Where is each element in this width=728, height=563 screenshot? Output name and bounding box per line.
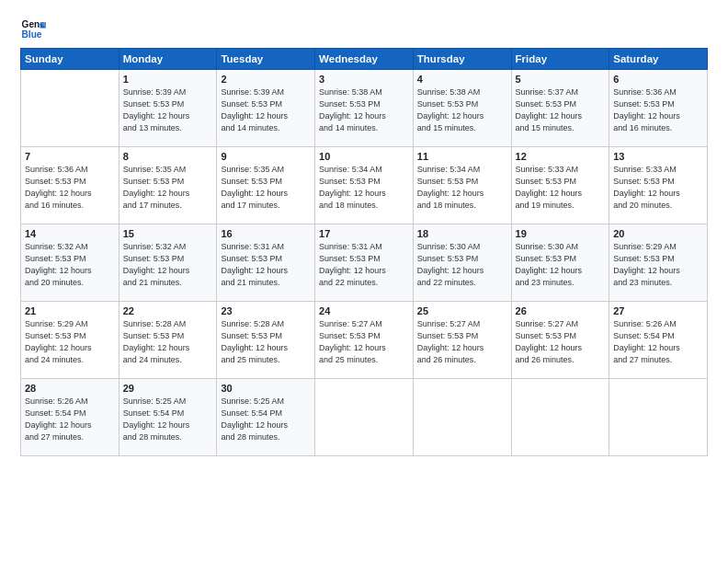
col-header-wednesday: Wednesday <box>315 49 414 70</box>
day-info: Sunrise: 5:27 AMSunset: 5:53 PMDaylight:… <box>417 318 507 366</box>
col-header-monday: Monday <box>119 49 217 70</box>
day-info: Sunrise: 5:35 AMSunset: 5:53 PMDaylight:… <box>221 164 311 212</box>
day-info: Sunrise: 5:39 AMSunset: 5:53 PMDaylight:… <box>123 86 213 134</box>
day-number: 12 <box>516 151 606 162</box>
day-number: 4 <box>417 74 507 85</box>
cell-3-7: 20Sunrise: 5:29 AMSunset: 5:53 PMDayligh… <box>609 224 708 302</box>
day-info: Sunrise: 5:29 AMSunset: 5:53 PMDaylight:… <box>613 241 703 289</box>
cell-5-4 <box>315 379 414 456</box>
day-number: 26 <box>516 305 606 316</box>
svg-text:Blue: Blue <box>22 29 42 40</box>
cell-2-2: 8Sunrise: 5:35 AMSunset: 5:53 PMDaylight… <box>119 147 217 224</box>
day-number: 23 <box>221 305 311 316</box>
day-number: 30 <box>221 383 311 394</box>
day-info: Sunrise: 5:33 AMSunset: 5:53 PMDaylight:… <box>613 164 703 212</box>
day-number: 28 <box>25 383 115 394</box>
logo: General Blue <box>20 17 50 42</box>
cell-3-2: 15Sunrise: 5:32 AMSunset: 5:53 PMDayligh… <box>119 224 217 302</box>
day-number: 7 <box>25 151 115 162</box>
day-number: 17 <box>319 228 409 239</box>
cell-2-4: 10Sunrise: 5:34 AMSunset: 5:53 PMDayligh… <box>315 147 414 224</box>
cell-1-4: 3Sunrise: 5:38 AMSunset: 5:53 PMDaylight… <box>315 70 414 147</box>
cell-2-6: 12Sunrise: 5:33 AMSunset: 5:53 PMDayligh… <box>511 147 609 224</box>
cell-5-2: 29Sunrise: 5:25 AMSunset: 5:54 PMDayligh… <box>119 379 217 456</box>
cell-4-6: 26Sunrise: 5:27 AMSunset: 5:53 PMDayligh… <box>511 302 609 379</box>
day-info: Sunrise: 5:37 AMSunset: 5:53 PMDaylight:… <box>516 86 606 134</box>
cell-3-1: 14Sunrise: 5:32 AMSunset: 5:53 PMDayligh… <box>21 224 119 302</box>
day-number: 18 <box>417 228 507 239</box>
cell-5-6 <box>511 379 609 456</box>
cell-5-1: 28Sunrise: 5:26 AMSunset: 5:54 PMDayligh… <box>21 379 119 456</box>
day-info: Sunrise: 5:38 AMSunset: 5:53 PMDaylight:… <box>417 86 507 134</box>
day-number: 11 <box>417 151 507 162</box>
day-info: Sunrise: 5:26 AMSunset: 5:54 PMDaylight:… <box>25 396 115 443</box>
week-row-4: 21Sunrise: 5:29 AMSunset: 5:53 PMDayligh… <box>21 302 708 379</box>
cell-1-7: 6Sunrise: 5:36 AMSunset: 5:53 PMDaylight… <box>609 70 708 147</box>
day-info: Sunrise: 5:32 AMSunset: 5:53 PMDaylight:… <box>123 241 213 289</box>
day-number: 21 <box>25 305 115 316</box>
day-number: 19 <box>516 228 606 239</box>
week-row-5: 28Sunrise: 5:26 AMSunset: 5:54 PMDayligh… <box>21 379 708 456</box>
day-number: 13 <box>613 151 703 162</box>
day-number: 6 <box>613 74 703 85</box>
day-info: Sunrise: 5:30 AMSunset: 5:53 PMDaylight:… <box>417 241 507 289</box>
cell-1-3: 2Sunrise: 5:39 AMSunset: 5:53 PMDaylight… <box>217 70 315 147</box>
day-info: Sunrise: 5:35 AMSunset: 5:53 PMDaylight:… <box>123 164 213 212</box>
week-row-2: 7Sunrise: 5:36 AMSunset: 5:53 PMDaylight… <box>21 147 708 224</box>
day-info: Sunrise: 5:27 AMSunset: 5:53 PMDaylight:… <box>319 318 409 366</box>
cell-1-2: 1Sunrise: 5:39 AMSunset: 5:53 PMDaylight… <box>119 70 217 147</box>
cell-4-2: 22Sunrise: 5:28 AMSunset: 5:53 PMDayligh… <box>119 302 217 379</box>
cell-4-4: 24Sunrise: 5:27 AMSunset: 5:53 PMDayligh… <box>315 302 414 379</box>
week-row-3: 14Sunrise: 5:32 AMSunset: 5:53 PMDayligh… <box>21 224 708 302</box>
day-info: Sunrise: 5:28 AMSunset: 5:53 PMDaylight:… <box>123 318 213 366</box>
day-info: Sunrise: 5:31 AMSunset: 5:53 PMDaylight:… <box>319 241 409 289</box>
day-number: 29 <box>123 383 213 394</box>
day-number: 10 <box>319 151 409 162</box>
cell-5-5 <box>413 379 511 456</box>
day-info: Sunrise: 5:30 AMSunset: 5:53 PMDaylight:… <box>516 241 606 289</box>
cell-3-6: 19Sunrise: 5:30 AMSunset: 5:53 PMDayligh… <box>511 224 609 302</box>
day-info: Sunrise: 5:26 AMSunset: 5:54 PMDaylight:… <box>613 318 703 366</box>
day-info: Sunrise: 5:25 AMSunset: 5:54 PMDaylight:… <box>221 396 311 443</box>
day-info: Sunrise: 5:39 AMSunset: 5:53 PMDaylight:… <box>221 86 311 134</box>
day-info: Sunrise: 5:34 AMSunset: 5:53 PMDaylight:… <box>417 164 507 212</box>
day-info: Sunrise: 5:36 AMSunset: 5:53 PMDaylight:… <box>25 164 115 212</box>
cell-1-5: 4Sunrise: 5:38 AMSunset: 5:53 PMDaylight… <box>413 70 511 147</box>
day-number: 25 <box>417 305 507 316</box>
cell-2-7: 13Sunrise: 5:33 AMSunset: 5:53 PMDayligh… <box>609 147 708 224</box>
col-header-tuesday: Tuesday <box>217 49 315 70</box>
day-number: 24 <box>319 305 409 316</box>
cell-1-6: 5Sunrise: 5:37 AMSunset: 5:53 PMDaylight… <box>511 70 609 147</box>
day-number: 14 <box>25 228 115 239</box>
day-info: Sunrise: 5:31 AMSunset: 5:53 PMDaylight:… <box>221 241 311 289</box>
cell-4-3: 23Sunrise: 5:28 AMSunset: 5:53 PMDayligh… <box>217 302 315 379</box>
col-header-saturday: Saturday <box>609 49 708 70</box>
day-number: 9 <box>221 151 311 162</box>
week-row-1: 1Sunrise: 5:39 AMSunset: 5:53 PMDaylight… <box>21 70 708 147</box>
cell-2-5: 11Sunrise: 5:34 AMSunset: 5:53 PMDayligh… <box>413 147 511 224</box>
day-info: Sunrise: 5:36 AMSunset: 5:53 PMDaylight:… <box>613 86 703 134</box>
header: General Blue <box>20 17 708 42</box>
col-header-friday: Friday <box>511 49 609 70</box>
day-info: Sunrise: 5:25 AMSunset: 5:54 PMDaylight:… <box>123 396 213 443</box>
page: General Blue SundayMondayTuesdayWednesda… <box>0 0 728 465</box>
day-number: 16 <box>221 228 311 239</box>
day-number: 3 <box>319 74 409 85</box>
col-header-thursday: Thursday <box>413 49 511 70</box>
header-row: SundayMondayTuesdayWednesdayThursdayFrid… <box>21 49 708 70</box>
day-number: 15 <box>123 228 213 239</box>
cell-3-3: 16Sunrise: 5:31 AMSunset: 5:53 PMDayligh… <box>217 224 315 302</box>
day-number: 22 <box>123 305 213 316</box>
cell-5-7 <box>609 379 708 456</box>
cell-4-1: 21Sunrise: 5:29 AMSunset: 5:53 PMDayligh… <box>21 302 119 379</box>
day-info: Sunrise: 5:27 AMSunset: 5:53 PMDaylight:… <box>516 318 606 366</box>
cell-2-1: 7Sunrise: 5:36 AMSunset: 5:53 PMDaylight… <box>21 147 119 224</box>
day-info: Sunrise: 5:38 AMSunset: 5:53 PMDaylight:… <box>319 86 409 134</box>
cell-3-4: 17Sunrise: 5:31 AMSunset: 5:53 PMDayligh… <box>315 224 414 302</box>
day-number: 8 <box>123 151 213 162</box>
day-info: Sunrise: 5:28 AMSunset: 5:53 PMDaylight:… <box>221 318 311 366</box>
day-number: 27 <box>613 305 703 316</box>
col-header-sunday: Sunday <box>21 49 119 70</box>
day-info: Sunrise: 5:32 AMSunset: 5:53 PMDaylight:… <box>25 241 115 289</box>
cell-1-1 <box>21 70 119 147</box>
